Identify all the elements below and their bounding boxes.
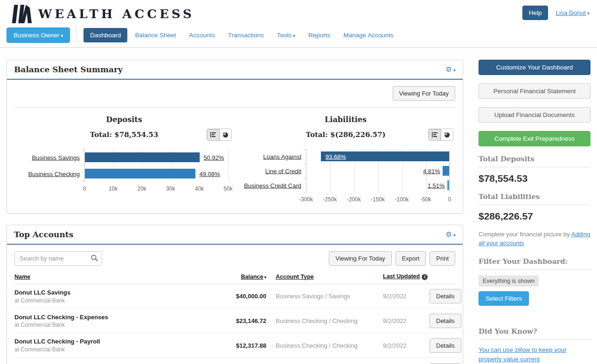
x-tick-label: -100k bbox=[395, 196, 409, 203]
account-name-cell: Donut LLC Checking - Expensesat Commerci… bbox=[14, 313, 222, 329]
complete-picture-note: Complete your financial picture by Addin… bbox=[479, 230, 590, 248]
pie-view-toggle[interactable] bbox=[219, 129, 231, 140]
category-tick bbox=[82, 165, 85, 166]
panel-title: Top Accounts bbox=[14, 230, 73, 239]
nav-divider bbox=[76, 27, 77, 43]
x-tick-label: 10k bbox=[109, 185, 118, 192]
details-button[interactable]: Details bbox=[430, 338, 461, 353]
complete-exit-preparedness-button[interactable]: Complete Exit Preparedness bbox=[479, 131, 590, 146]
table-row: Donut LLC Savingsat Commercial Bank$40,0… bbox=[14, 284, 455, 309]
total-deposits-value: $78,554.53 bbox=[479, 173, 590, 184]
column-header-name[interactable]: Name bbox=[14, 274, 222, 280]
divider bbox=[479, 339, 590, 340]
account-institution: at Commercial Bank bbox=[14, 297, 222, 304]
top-accounts-panel: Top Accounts ⚙▾ Viewing For Today Export bbox=[7, 225, 463, 364]
nav-balance-sheet[interactable]: Balance Sheet bbox=[129, 28, 181, 42]
chevron-down-icon: ▾ bbox=[293, 33, 295, 38]
account-name: Donut LLC Checking - Expenses bbox=[14, 313, 222, 322]
x-tick-label: -150k bbox=[371, 196, 385, 203]
table-row: Renthouse 1 LLC Expense Checkingat Comme… bbox=[14, 358, 455, 364]
print-button[interactable]: Print bbox=[430, 251, 455, 266]
wealth-access-logo bbox=[7, 4, 32, 24]
total-liabilities-label: Total Liabilities bbox=[479, 192, 590, 201]
chevron-down-icon: ▾ bbox=[61, 33, 63, 38]
details-button[interactable]: Details bbox=[430, 314, 461, 328]
percent-label-business-savings[interactable]: 50.92% bbox=[203, 154, 224, 161]
account-name-cell: Donut LLC Savingsat Commercial Bank bbox=[14, 288, 222, 304]
bar-view-toggle[interactable] bbox=[429, 129, 441, 140]
divider bbox=[479, 269, 590, 270]
details-cell: Details bbox=[430, 289, 461, 303]
column-header-account-type[interactable]: Account Type bbox=[276, 274, 314, 280]
percent-label-business-credit-card[interactable]: 1.51% bbox=[428, 182, 445, 189]
category-label-business-checking[interactable]: Business Checking bbox=[28, 170, 80, 177]
account-last-updated: 9/2/2022 bbox=[374, 293, 430, 300]
filter-dashboard-heading: Filter Your Dashboard: bbox=[479, 257, 590, 266]
viewing-for-today-button[interactable]: Viewing For Today bbox=[393, 86, 455, 101]
bar-business-checking[interactable] bbox=[85, 169, 195, 179]
bar-chart-icon bbox=[210, 132, 216, 137]
nav-manage-accounts[interactable]: Manage Accounts bbox=[338, 28, 399, 42]
divider bbox=[479, 167, 590, 167]
user-menu[interactable]: Lisa Donut▾ bbox=[555, 9, 590, 16]
select-filters-button[interactable]: Select Filters bbox=[479, 291, 529, 306]
category-label-loans-against[interactable]: Loans Against bbox=[263, 153, 301, 160]
search-input[interactable] bbox=[14, 251, 102, 266]
divider bbox=[479, 205, 590, 205]
category-label-business-credit-card[interactable]: Business Credit Card bbox=[244, 182, 301, 189]
bar-chart-icon bbox=[432, 132, 438, 137]
search-icon bbox=[91, 254, 98, 261]
account-name-cell: Renthouse 1 LLC Expense Checkingat Comme… bbox=[14, 362, 222, 364]
column-header-balance[interactable]: Balance bbox=[241, 274, 264, 280]
account-institution: at Commercial Bank bbox=[14, 346, 222, 353]
nav-reports[interactable]: Reports bbox=[303, 28, 336, 42]
main-nav: Business Owner▾ DashboardBalance SheetAc… bbox=[0, 27, 597, 47]
account-type: Business Savings / Savings bbox=[266, 293, 374, 300]
chart-title: Liabilities bbox=[236, 115, 455, 124]
percent-label-line-of-credit[interactable]: 4.81% bbox=[423, 167, 440, 174]
bar-business-credit-card[interactable] bbox=[447, 180, 449, 190]
panel-settings-gear-icon[interactable]: ⚙▾ bbox=[446, 230, 456, 239]
right-sidebar: Customize Your DashboardPersonal Financi… bbox=[479, 60, 590, 364]
column-header-last-updated[interactable]: Last Updated bbox=[383, 273, 420, 280]
role-selector-dropdown[interactable]: Business Owner▾ bbox=[7, 27, 70, 43]
upload-financial-documents-button[interactable]: Upload Financial Documents bbox=[479, 107, 590, 123]
customize-your-dashboard-button[interactable]: Customize Your Dashboard bbox=[479, 60, 590, 75]
nav-dashboard[interactable]: Dashboard bbox=[83, 28, 127, 42]
percent-label-loans-against[interactable]: 93.68% bbox=[326, 153, 346, 160]
panel-title: Balance Sheet Summary bbox=[14, 65, 123, 74]
details-button[interactable]: Details bbox=[430, 289, 461, 303]
account-balance: $23,146.72 bbox=[222, 317, 266, 324]
category-tick bbox=[304, 149, 306, 150]
category-label-business-savings[interactable]: Business Savings bbox=[32, 154, 80, 161]
x-tick-label: 30k bbox=[166, 185, 175, 192]
bar-view-toggle[interactable] bbox=[207, 129, 219, 140]
export-button[interactable]: Export bbox=[396, 251, 426, 266]
percent-label-business-checking[interactable]: 49.08% bbox=[199, 170, 220, 177]
personal-financial-statement-button[interactable]: Personal Financial Statement bbox=[479, 83, 590, 99]
balance-sheet-summary-panel: Balance Sheet Summary ⚙▾ Viewing For Tod… bbox=[7, 60, 463, 213]
table-row: Donut LLC Checking - Payrollat Commercia… bbox=[14, 333, 455, 358]
panel-settings-gear-icon[interactable]: ⚙▾ bbox=[446, 65, 456, 74]
liabilities-chart: Liabilities Total: $(286,226.57) bbox=[236, 112, 455, 205]
did-you-know-heading: Did You Know? bbox=[479, 327, 590, 336]
account-balance: $40,000.00 bbox=[222, 293, 266, 300]
bar-business-savings[interactable] bbox=[85, 152, 200, 162]
viewing-for-today-button[interactable]: Viewing For Today bbox=[329, 251, 391, 266]
account-name: Renthouse 1 LLC Expense Checking bbox=[14, 362, 222, 364]
nav-tools[interactable]: Tools▾ bbox=[271, 28, 301, 42]
category-label-line-of-credit[interactable]: Line of Credit bbox=[265, 167, 301, 174]
account-type: Business Checking / Checking bbox=[266, 317, 374, 324]
pie-chart-icon bbox=[444, 132, 450, 138]
total-deposits-label: Total Deposits bbox=[479, 155, 590, 163]
help-button[interactable]: Help bbox=[522, 6, 548, 20]
account-balance: $12,317.88 bbox=[222, 342, 266, 349]
bar-line-of-credit[interactable] bbox=[443, 166, 449, 176]
info-icon[interactable]: i bbox=[422, 274, 428, 280]
category-tick bbox=[304, 178, 306, 179]
nav-transactions[interactable]: Transactions bbox=[222, 28, 270, 42]
nav-accounts[interactable]: Accounts bbox=[183, 28, 221, 42]
zillow-tip-link[interactable]: You can use zillow to keep your property… bbox=[479, 345, 590, 364]
deposits-chart: Deposits Total: $78,554.53 bbox=[14, 112, 234, 205]
pie-view-toggle[interactable] bbox=[441, 129, 453, 140]
